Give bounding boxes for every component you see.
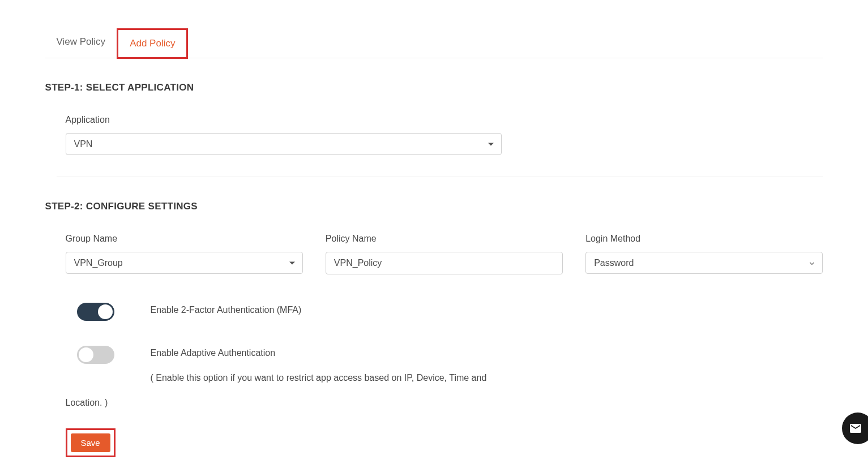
save-button[interactable]: Save (71, 433, 110, 452)
application-label: Application (66, 115, 823, 125)
divider (57, 177, 823, 177)
tabs-container: View Policy Add Policy (45, 28, 823, 58)
toggle-knob (98, 304, 113, 319)
login-method-select[interactable]: Password (585, 252, 823, 274)
step1-heading: STEP-1: SELECT APPLICATION (45, 82, 823, 93)
mail-icon (849, 422, 862, 435)
mfa-label: Enable 2-Factor Authentication (MFA) (151, 305, 302, 315)
toggle-knob (79, 347, 93, 362)
policy-name-label: Policy Name (326, 234, 563, 244)
adaptive-toggle[interactable] (77, 346, 114, 364)
policy-name-input[interactable] (326, 252, 563, 274)
adaptive-description: ( Enable this option if you want to rest… (151, 373, 487, 383)
adaptive-label: Enable Adaptive Authentication (151, 348, 487, 358)
adaptive-description-continuation: Location. ) (45, 398, 823, 408)
mfa-toggle[interactable] (77, 303, 114, 321)
save-highlight: Save (66, 428, 116, 457)
login-method-label: Login Method (585, 234, 823, 244)
group-name-label: Group Name (66, 234, 303, 244)
tab-add-policy[interactable]: Add Policy (117, 28, 188, 59)
step2-heading: STEP-2: CONFIGURE SETTINGS (45, 201, 823, 212)
application-select[interactable]: VPN (66, 133, 502, 155)
tab-view-policy[interactable]: View Policy (45, 28, 117, 58)
group-name-select[interactable]: VPN_Group (66, 252, 303, 274)
